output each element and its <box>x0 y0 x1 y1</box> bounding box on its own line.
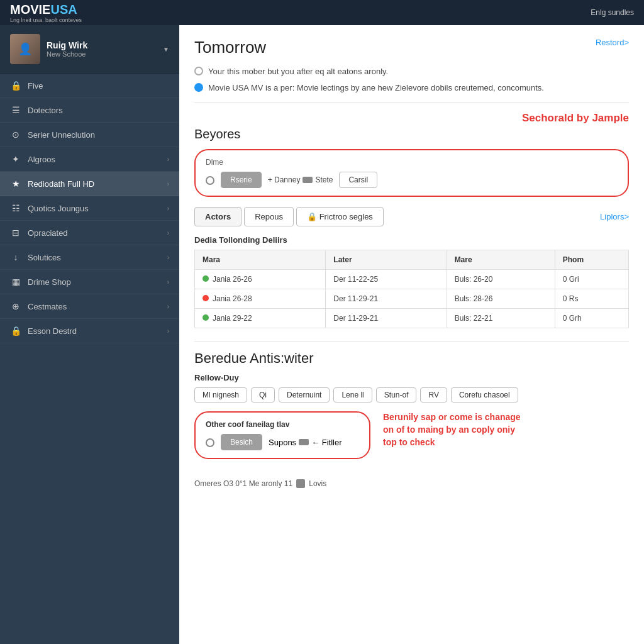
bordered-box-1: Dlme Rserie + Danney Stete Carsil <box>194 149 629 197</box>
image-icon-2 <box>299 439 309 445</box>
tab-frictroo[interactable]: 🔒 Frictroo segles <box>296 207 384 226</box>
username: Ruig Wirk <box>47 40 157 50</box>
box2-label: Other coof faneilag tlav <box>206 420 359 429</box>
box1-radio[interactable] <box>206 176 214 185</box>
pill-item[interactable]: Stun-of <box>376 387 417 402</box>
logo: MOVIEUSA Lng lneit usa. baolt conteves <box>10 3 82 23</box>
pill-item[interactable]: Ml nignesh <box>194 387 247 402</box>
fitller-text: ← Fitller <box>311 438 341 447</box>
annotation-block: Other coof faneilag tlav Besich Supons ←… <box>194 411 629 468</box>
cell-mara: Jania 29-22 <box>195 309 326 328</box>
tab-actors[interactable]: Actors <box>194 207 242 226</box>
sidebar-item-five[interactable]: 🔒 Five <box>0 74 179 98</box>
box2-row: Besich Supons ← Fitller <box>206 434 359 450</box>
menu-icon: ☰ <box>10 105 21 115</box>
logo-movie: MOVIE <box>10 3 50 16</box>
bordered-box-2: Other coof faneilag tlav Besich Supons ←… <box>194 411 370 459</box>
sidebar-label: Solutices <box>28 253 61 262</box>
lock-tab-icon: 🔒 <box>307 212 319 221</box>
star4-icon: ✦ <box>10 154 21 164</box>
image-icon <box>303 177 313 183</box>
chevron-right-icon: › <box>167 303 169 310</box>
sidebar-item-cestmates[interactable]: ⊕ Cestmates › <box>0 294 179 319</box>
sidebar-item-dotectors[interactable]: ☰ Dotectors <box>0 98 179 123</box>
table-row: Jania 26-28 Der 11-29-21 Buls: 28-26 0 R… <box>195 289 629 309</box>
sidebar-item-algroos[interactable]: ✦ Algroos › <box>0 147 179 172</box>
cell-later: Der 11-29-21 <box>326 289 447 309</box>
sidebar-item-rediodath[interactable]: ★ Rediodath Full HD › <box>0 172 179 196</box>
cell-mare: Buls: 22-21 <box>447 309 555 328</box>
chevron-right-icon: › <box>167 156 169 163</box>
box2-radio[interactable] <box>206 438 214 447</box>
sidebar-label: Quotics Joungus <box>28 204 89 213</box>
pill-item[interactable]: Lene ll <box>333 387 372 402</box>
pill-item[interactable]: RV <box>420 387 447 402</box>
table-row: Jania 26-26 Der 11-22-25 Buls: 26-20 0 G… <box>195 270 629 289</box>
tab-repous[interactable]: Repous <box>244 207 294 226</box>
cell-phom: 0 Grh <box>555 309 628 328</box>
sidebar-label: Dotectors <box>28 106 63 115</box>
sidebar-item-solutices[interactable]: ↓ Solutices › <box>0 245 179 270</box>
pill-item[interactable]: Qi <box>251 387 275 402</box>
chevron-right-icon: › <box>167 279 169 286</box>
star-icon: ★ <box>10 179 21 189</box>
circle-icon: ⊙ <box>10 130 21 140</box>
sidebar-nav: 🔒 Five ☰ Dotectors ⊙ Serier Unneclution … <box>0 74 179 644</box>
bottom-suffix: Lovis <box>309 479 326 488</box>
main-layout: 👤 Ruig Wirk New Schooe ▼ 🔒 Five ☰ Dotect… <box>0 25 644 644</box>
cell-phom: 0 Rs <box>555 289 628 309</box>
cell-mara: Jania 26-26 <box>195 270 326 289</box>
top-bar-right: Enlg sundles <box>591 8 634 17</box>
restore-link[interactable]: Restord> <box>596 38 629 47</box>
col-header-mara: Mara <box>195 250 326 270</box>
section2-title: Beredue Antis:witer <box>194 350 629 367</box>
cell-mare: Buls: 26-20 <box>447 270 555 289</box>
globe-icon: ⊕ <box>10 301 21 311</box>
supons-group: Supons ← Fitller <box>269 438 341 447</box>
user-dropdown-icon[interactable]: ▼ <box>163 46 169 53</box>
sidebar: 👤 Ruig Wirk New Schooe ▼ 🔒 Five ☰ Dotect… <box>0 25 179 644</box>
chevron-right-icon: › <box>167 180 169 187</box>
sidebar-label: Opraciated <box>28 228 68 238</box>
logo-usa: USA <box>50 3 77 16</box>
radio-2-text: Movie USA MV is a per: Movie lectings by… <box>208 82 544 94</box>
sidebar-label: Cestmates <box>28 302 67 311</box>
tabs-left: Actors Repous 🔒 Frictroo segles <box>194 207 384 226</box>
sidebar-item-drime[interactable]: ▦ Drime Shop › <box>0 270 179 294</box>
data-table: Mara Later Mare Phom Jania 26-26 Der 11-… <box>194 250 629 328</box>
radio-1[interactable] <box>194 67 203 75</box>
carsil-button[interactable]: Carsil <box>339 172 377 188</box>
grid-icon: ☷ <box>10 203 21 213</box>
bottom-text: Omeres O3 0°1 Me aronly 11 <box>194 479 292 488</box>
liplors-link[interactable]: Liplors> <box>600 212 629 221</box>
sidebar-item-quotics[interactable]: ☷ Quotics Joungus › <box>0 196 179 221</box>
col-header-mare: Mare <box>447 250 555 270</box>
sidebar-label: Algroos <box>28 155 55 164</box>
tabs: Actors Repous 🔒 Frictroo segles Liplors> <box>194 207 629 226</box>
calendar-icon: ⊟ <box>10 228 21 238</box>
user-sub: New Schooe <box>47 50 157 58</box>
rserie-button[interactable]: Rserie <box>221 172 262 188</box>
status-dot <box>203 295 209 301</box>
sidebar-item-opraciated[interactable]: ⊟ Opraciated › <box>0 221 179 245</box>
radio-2[interactable] <box>194 83 203 92</box>
table-row: Jania 29-22 Der 11-29-21 Buls: 22-21 0 G… <box>195 309 629 328</box>
tab-frictroo-label: Frictroo segles <box>319 212 373 221</box>
sidebar-label: Esson Destrd <box>28 326 77 336</box>
pill-item[interactable]: Deternuint <box>279 387 330 402</box>
chevron-right-icon: › <box>167 230 169 236</box>
sidebar-item-serier[interactable]: ⊙ Serier Unneclution <box>0 123 179 147</box>
cell-later: Der 11-29-21 <box>326 309 447 328</box>
chevron-right-icon: › <box>167 205 169 212</box>
sidebar-label: Rediodath Full HD <box>28 179 94 189</box>
btn2-mid: Stete <box>315 175 333 184</box>
avatar-image: 👤 <box>10 34 40 64</box>
status-dot <box>203 314 209 321</box>
besich-button[interactable]: Besich <box>221 434 262 450</box>
cell-mara: Jania 26-28 <box>195 289 326 309</box>
sidebar-item-esson[interactable]: 🔒 Esson Destrd › <box>0 319 179 343</box>
pill-item[interactable]: Corefu chasoel <box>451 387 518 402</box>
chevron-right-icon: › <box>167 254 169 261</box>
image-icon-3 <box>296 479 305 488</box>
shop-icon: ▦ <box>10 277 21 287</box>
